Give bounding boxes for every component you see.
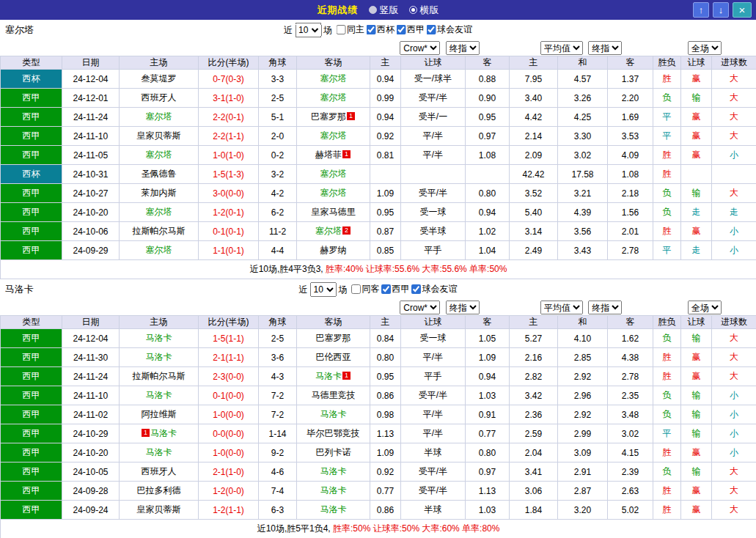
filter-checkbox[interactable]: 西甲	[396, 23, 425, 36]
scroll-down-button[interactable]: ↓	[713, 2, 729, 18]
recent-results-panel: 近期战绩 竖版 横版 ↑ ↓ × 塞尔塔 近 10 场 同主西杯西甲球会友谊	[0, 0, 756, 538]
away-team-cell: 巴塞罗那1	[297, 108, 370, 127]
filter-checkbox-input[interactable]	[396, 25, 405, 34]
team-name: 阿拉维斯	[142, 409, 177, 419]
avg-odds-away-cell: 4.09	[608, 146, 653, 165]
filter-checkbox[interactable]: 球会友谊	[426, 23, 472, 36]
filter-checkbox-input[interactable]	[381, 284, 391, 294]
avg-odds-draw-cell: 2.91	[558, 463, 608, 482]
filter-checkbox-label: 西杯	[377, 23, 394, 36]
handicap-result-cell: 赢	[681, 108, 712, 127]
team-name: 赫罗纳	[320, 245, 347, 255]
col-avg-home: 主	[510, 316, 558, 329]
recent-count-select[interactable]: 10	[310, 282, 337, 297]
filter-checkbox[interactable]: 同客	[351, 283, 380, 295]
result-cell: 负	[653, 184, 681, 203]
date-cell: 24-11-10	[62, 127, 120, 146]
handicap-line-cell: 受平/半	[401, 89, 466, 108]
goals-cell: 大	[712, 329, 756, 348]
filter-checkbox-input[interactable]	[336, 25, 345, 34]
final-odds-select[interactable]: 终指	[446, 301, 480, 314]
team-name: 巴塞罗那	[311, 111, 346, 122]
summary-rates: 胜率:50% 让球率:50% 大率:60% 单率:80%	[333, 523, 499, 534]
col-odds-away: 客	[466, 56, 510, 70]
radio-circle-icon	[409, 6, 417, 14]
full-match-select[interactable]: 全场	[688, 301, 722, 314]
filter-checkbox-input[interactable]	[366, 25, 375, 34]
home-team-cell: 马洛卡	[120, 329, 199, 348]
layout-radio-vertical[interactable]: 竖版	[369, 4, 399, 17]
league-cell: 西甲	[1, 241, 62, 260]
near-label: 近	[299, 284, 308, 296]
avg-odds-home-cell: 3.41	[510, 463, 558, 482]
team-name: 莱加内斯	[142, 188, 177, 198]
scroll-up-button[interactable]: ↑	[693, 2, 709, 18]
result-cell: 胜	[653, 222, 681, 241]
score-cell: 1-0(0-0)	[199, 405, 259, 424]
avg-odds-away-cell: 2.63	[608, 482, 653, 501]
results-table: Crow* 终指 平均值 终指 全场 类型 日期 主场 比分(半场)	[0, 40, 756, 279]
avg-odds-away-cell: 2.78	[608, 241, 653, 260]
result-cell: 负	[653, 386, 681, 405]
avg-odds-home-cell: 5.27	[510, 329, 558, 348]
league-cell: 西甲	[1, 329, 62, 348]
average-select[interactable]: 平均值	[540, 41, 583, 55]
layout-radio-horizontal[interactable]: 横版	[409, 4, 439, 17]
match-row: 西甲24-09-24皇家贝蒂斯1-2(1-1)6-3马洛卡0.86半球1.031…	[1, 501, 756, 520]
filter-checkbox-input[interactable]	[351, 284, 361, 294]
scope-selects: 全场	[653, 40, 756, 56]
score-cell: 1-0(1-0)	[199, 146, 259, 165]
bookmaker-select[interactable]: Crow*	[400, 41, 440, 55]
recent-count-select[interactable]: 10	[295, 23, 321, 37]
handicap-odds-home-cell: 0.86	[370, 386, 401, 405]
corner-cell: 11-2	[259, 222, 297, 241]
filter-checkbox[interactable]: 西甲	[381, 283, 410, 295]
avg-odds-draw-cell: 2.87	[558, 482, 608, 501]
handicap-odds-away-cell: 1.02	[466, 222, 510, 241]
handicap-odds-away-cell: 1.03	[466, 501, 510, 520]
date-cell: 24-11-10	[62, 386, 120, 405]
red-card-badge: 1	[342, 150, 351, 158]
filter-checkbox-input[interactable]	[411, 284, 421, 294]
summary-record: 近10场,胜4平3负3,	[250, 264, 326, 274]
score-cell: 2-2(0-1)	[199, 108, 259, 127]
filter-checkbox[interactable]: 同主	[336, 23, 364, 36]
average-select[interactable]: 平均值	[540, 301, 583, 314]
matches-label: 场	[323, 24, 332, 37]
final-odds-select[interactable]: 终指	[446, 41, 480, 55]
league-cell: 西甲	[1, 89, 62, 108]
filter-checkbox[interactable]: 西杯	[366, 23, 394, 36]
avg-odds-away-cell: 1.69	[608, 108, 653, 127]
bookmaker-select[interactable]: Crow*	[400, 301, 440, 314]
section-head: 塞尔塔 近 10 场 同主西杯西甲球会友谊	[0, 20, 756, 40]
date-cell: 24-11-30	[62, 348, 120, 367]
date-cell: 24-12-01	[62, 89, 120, 108]
goals-cell: 大	[712, 463, 756, 482]
final-odds-select-2[interactable]: 终指	[588, 301, 622, 314]
filter-checkbox-input[interactable]	[426, 25, 436, 34]
handicap-odds-home-cell: 0.80	[370, 348, 401, 367]
avg-odds-draw-cell: 3.09	[558, 443, 608, 463]
result-cell: 胜	[653, 501, 681, 520]
avg-odds-home-cell: 2.16	[510, 348, 558, 367]
result-cell: 胜	[653, 367, 681, 386]
goals-cell: 小	[712, 424, 756, 443]
result-cell: 胜	[653, 443, 681, 463]
avg-odds-home-cell: 1.84	[510, 501, 558, 520]
close-button[interactable]: ×	[733, 2, 752, 18]
goals-cell: 大	[712, 70, 756, 89]
full-match-select[interactable]: 全场	[688, 41, 722, 55]
match-row: 西杯24-10-31圣佩德鲁1-5(1-3)3-2塞尔塔42.4217.581.…	[1, 165, 756, 184]
handicap-odds-home-cell	[370, 165, 401, 184]
away-team-cell: 塞尔塔	[297, 165, 370, 184]
goals-cell: 大	[712, 482, 756, 501]
home-team-cell: 西班牙人	[120, 463, 199, 482]
league-cell: 西甲	[1, 348, 62, 367]
away-team-cell: 巴列卡诺	[297, 443, 370, 463]
avg-odds-home-cell: 3.42	[510, 386, 558, 405]
results-table: Crow* 终指 平均值 终指 全场 类型 日期 主场 比分(半场)	[0, 300, 756, 538]
home-team-cell: 塞尔塔	[120, 203, 199, 222]
avg-odds-home-cell: 3.52	[510, 184, 558, 203]
final-odds-select-2[interactable]: 终指	[588, 41, 622, 55]
filter-checkbox[interactable]: 球会友谊	[411, 283, 458, 295]
